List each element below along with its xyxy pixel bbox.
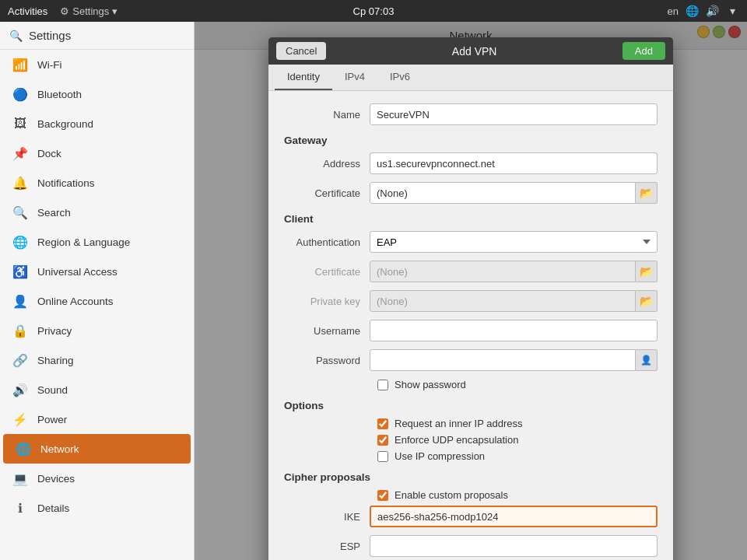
sidebar-item-label-devices: Devices: [37, 473, 75, 485]
enforce-udp-checkbox[interactable]: [377, 435, 388, 446]
sound-icon: 🔊: [12, 382, 28, 397]
sidebar-item-dock[interactable]: 📌 Dock: [0, 138, 194, 168]
client-certificate-browse-button[interactable]: 📂: [636, 261, 658, 282]
name-input[interactable]: [370, 103, 658, 125]
use-ip-compression-checkbox[interactable]: [377, 451, 388, 462]
settings-menu-label: Settings: [72, 5, 109, 17]
sharing-icon: 🔗: [12, 352, 28, 368]
sidebar-header: 🔍 Settings: [0, 22, 194, 50]
private-key-label: Private key: [284, 296, 370, 307]
tab-ipv6[interactable]: IPv6: [377, 65, 423, 90]
cipher-proposals-section-label: Cipher proposals: [284, 471, 658, 483]
esp-input[interactable]: [370, 535, 658, 557]
username-input[interactable]: [370, 320, 658, 341]
sidebar-item-label-power: Power: [37, 414, 67, 425]
sidebar-item-label-details: Details: [37, 502, 69, 514]
tab-ipv4[interactable]: IPv4: [332, 65, 377, 90]
authentication-select[interactable]: EAP Certificate Password None: [370, 231, 658, 253]
client-certificate-row: Certificate 📂: [284, 261, 658, 282]
gateway-certificate-label: Certificate: [284, 187, 370, 199]
sidebar-item-power[interactable]: ⚡ Power: [0, 404, 194, 434]
search-icon: 🔍: [9, 30, 23, 42]
language-indicator[interactable]: en: [668, 5, 679, 17]
network-icon: 🌐: [16, 441, 31, 457]
gateway-certificate-row: Certificate 📂: [284, 182, 658, 204]
universal-access-icon: ♿: [12, 264, 28, 279]
top-bar: Activities ⚙ Settings ▾ Cp 07:03 en 🌐 🔊 …: [0, 0, 747, 22]
region-icon: 🌐: [12, 234, 28, 250]
search-icon: 🔍: [12, 205, 28, 220]
sidebar-item-privacy[interactable]: 🔒 Privacy: [0, 316, 194, 345]
add-button[interactable]: Add: [622, 42, 665, 60]
cancel-button[interactable]: Cancel: [276, 42, 326, 60]
sidebar-title: Settings: [29, 29, 71, 42]
sidebar-item-label-background: Background: [37, 118, 93, 130]
authentication-label: Authentication: [284, 236, 370, 248]
show-password-checkbox[interactable]: [377, 380, 388, 390]
sidebar-item-label-universal-access: Universal Access: [37, 266, 117, 278]
notifications-icon: 🔔: [12, 175, 28, 191]
sidebar-item-network[interactable]: 🌐 Network: [3, 434, 191, 464]
request-inner-ip-row: Request an inner IP address: [284, 418, 658, 429]
address-label: Address: [284, 158, 370, 170]
sidebar-items-container: 📶 Wi-Fi 🔵 Bluetooth 🖼 Background 📌 Dock …: [0, 50, 194, 523]
gateway-certificate-browse-button[interactable]: 📂: [636, 182, 658, 204]
sidebar-item-devices[interactable]: 💻 Devices: [0, 464, 194, 493]
sidebar-item-label-wifi: Wi-Fi: [37, 59, 61, 71]
sidebar-item-label-online-accounts: Online Accounts: [37, 296, 114, 307]
dialog-titlebar: Cancel Add VPN Add: [268, 37, 673, 65]
sidebar-item-online-accounts[interactable]: 👤 Online Accounts: [0, 286, 194, 316]
use-ip-compression-row: Use IP compression: [284, 450, 658, 462]
ike-row: IKE: [284, 506, 658, 527]
client-certificate-label: Certificate: [284, 266, 370, 278]
activities-button[interactable]: Activities: [8, 5, 47, 17]
settings-menu[interactable]: ⚙ Settings ▾: [60, 5, 117, 17]
system-menu-icon[interactable]: ▾: [725, 4, 739, 18]
password-field: 👤: [370, 349, 658, 371]
client-certificate-input[interactable]: [370, 261, 636, 282]
request-inner-ip-label: Request an inner IP address: [395, 418, 523, 429]
sidebar-item-bluetooth[interactable]: 🔵 Bluetooth: [0, 79, 194, 109]
username-label: Username: [284, 325, 370, 337]
password-label: Password: [284, 355, 370, 366]
gateway-certificate-input[interactable]: [370, 182, 636, 204]
sidebar-item-notifications[interactable]: 🔔 Notifications: [0, 168, 194, 198]
sidebar-item-label-notifications: Notifications: [37, 177, 95, 189]
sidebar-item-sharing[interactable]: 🔗 Sharing: [0, 345, 194, 375]
private-key-browse-button[interactable]: 📂: [636, 290, 658, 312]
modal-overlay: Cancel Add VPN Add Identity IPv4 IPv6 Na…: [195, 22, 747, 560]
sidebar-item-label-network: Network: [40, 443, 79, 455]
password-toggle-button[interactable]: 👤: [636, 349, 658, 371]
sidebar-item-details[interactable]: ℹ Details: [0, 493, 194, 523]
private-key-field: 📂: [370, 290, 658, 312]
password-row: Password 👤: [284, 349, 658, 371]
content-area: Network Cancel Add VPN Add Identity IPv4: [195, 22, 747, 560]
authentication-row: Authentication EAP Certificate Password …: [284, 231, 658, 253]
client-certificate-field: 📂: [370, 261, 658, 282]
bluetooth-icon: 🔵: [12, 86, 28, 102]
esp-label: ESP: [284, 541, 370, 552]
enforce-udp-label: Enforce UDP encapsulation: [395, 434, 518, 446]
request-inner-ip-checkbox[interactable]: [377, 418, 388, 429]
name-label: Name: [284, 109, 370, 121]
sidebar-item-universal-access[interactable]: ♿ Universal Access: [0, 257, 194, 286]
sidebar: 🔍 Settings 📶 Wi-Fi 🔵 Bluetooth 🖼 Backgro…: [0, 22, 195, 560]
network-icon: 🌐: [685, 4, 699, 18]
enable-custom-proposals-checkbox[interactable]: [377, 490, 388, 501]
ike-label: IKE: [284, 511, 370, 523]
use-ip-compression-label: Use IP compression: [395, 450, 485, 462]
esp-row: ESP: [284, 535, 658, 557]
sidebar-item-region[interactable]: 🌐 Region & Language: [0, 227, 194, 257]
sidebar-item-sound[interactable]: 🔊 Sound: [0, 375, 194, 404]
private-key-input[interactable]: [370, 290, 636, 312]
tab-identity[interactable]: Identity: [275, 65, 332, 90]
password-input[interactable]: [370, 349, 636, 371]
sidebar-item-wifi[interactable]: 📶 Wi-Fi: [0, 50, 194, 79]
dock-icon: 📌: [12, 145, 28, 161]
sidebar-item-background[interactable]: 🖼 Background: [0, 109, 194, 138]
sidebar-item-search[interactable]: 🔍 Search: [0, 198, 194, 227]
address-input[interactable]: [370, 152, 658, 174]
enable-custom-proposals-label: Enable custom proposals: [395, 489, 508, 501]
power-icon: ⚡: [12, 411, 28, 427]
ike-input[interactable]: [370, 506, 658, 527]
